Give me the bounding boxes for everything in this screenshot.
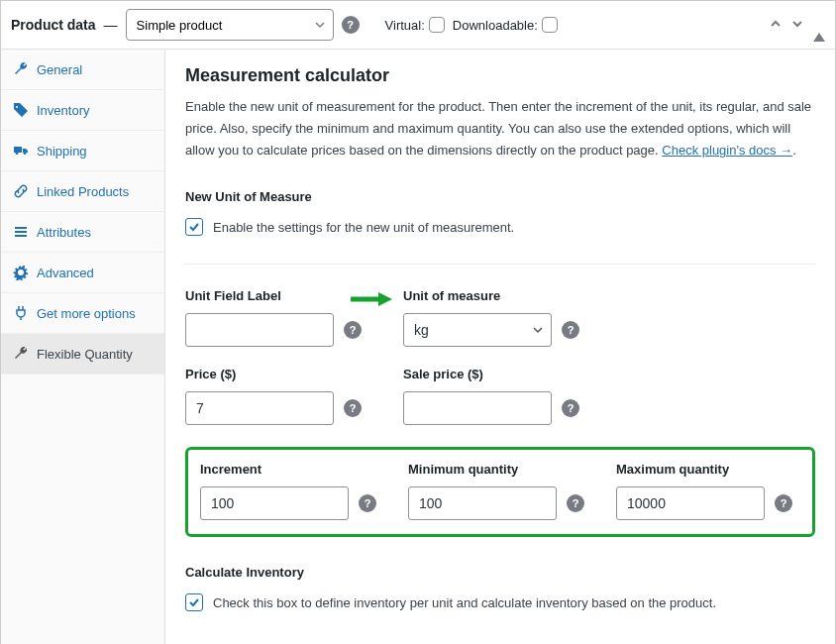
new-unit-heading: New Unit of Measure	[185, 189, 815, 204]
highlight-box: Increment ? Minimum quantity ?	[185, 447, 815, 537]
unit-of-measure-label: Unit of measure	[403, 288, 597, 303]
increment-label: Increment	[200, 462, 384, 477]
tab-inventory[interactable]: Inventory	[1, 90, 164, 131]
tab-get-more[interactable]: Get more options	[1, 293, 164, 334]
link-icon	[13, 183, 29, 199]
help-icon[interactable]: ?	[342, 16, 360, 34]
enable-unit-checkbox[interactable]	[185, 218, 203, 236]
price-label: Price ($)	[185, 367, 379, 381]
max-qty-input[interactable]	[616, 486, 765, 520]
divider	[185, 264, 815, 265]
product-type-select[interactable]: Simple product	[126, 9, 334, 41]
help-icon[interactable]: ?	[359, 494, 376, 512]
wrench-icon	[13, 346, 29, 362]
arrow-annotation-icon	[349, 290, 392, 308]
move-down-icon[interactable]	[791, 18, 803, 33]
increment-input[interactable]	[200, 486, 349, 520]
downloadable-checkbox-label: Downloadable:	[453, 17, 558, 33]
min-qty-input[interactable]	[408, 486, 557, 520]
tab-linked[interactable]: Linked Products	[1, 171, 164, 212]
tab-content: Measurement calculator Enable the new un…	[165, 50, 835, 644]
calc-inventory-label: Check this box to define inventory per u…	[213, 595, 716, 610]
collapse-icon[interactable]	[813, 18, 825, 33]
product-tabs: General Inventory Shipping Linked Produc…	[1, 50, 165, 644]
price-input[interactable]	[185, 391, 334, 425]
downloadable-checkbox[interactable]	[542, 17, 558, 33]
virtual-checkbox-label: Virtual:	[385, 17, 445, 33]
tab-advanced[interactable]: Advanced	[1, 253, 164, 293]
virtual-checkbox[interactable]	[429, 17, 445, 33]
panel-title: Product data	[11, 17, 96, 33]
tab-general[interactable]: General	[1, 50, 164, 90]
calc-inventory-heading: Calculate Inventory	[185, 565, 815, 580]
plug-icon	[13, 305, 29, 321]
unit-of-measure-select[interactable]: kg	[403, 313, 552, 347]
wrench-icon	[13, 61, 29, 77]
docs-link[interactable]: Check plugin's docs →	[662, 143, 792, 158]
calc-inventory-checkbox[interactable]	[185, 593, 203, 611]
tab-flexible-quantity[interactable]: Flexible Quantity	[1, 334, 164, 375]
tab-attributes[interactable]: Attributes	[1, 212, 164, 253]
section-title: Measurement calculator	[185, 65, 815, 86]
help-icon[interactable]: ?	[344, 399, 362, 417]
gear-icon	[13, 265, 29, 280]
min-qty-label: Minimum quantity	[408, 462, 592, 477]
max-qty-label: Maximum quantity	[616, 462, 800, 477]
tab-shipping[interactable]: Shipping	[1, 131, 164, 171]
move-up-icon[interactable]	[770, 18, 782, 33]
panel-dash: —	[104, 17, 118, 33]
sale-price-label: Sale price ($)	[403, 367, 597, 381]
panel-header: Product data — Simple product ? Virtual:…	[1, 1, 835, 50]
help-icon[interactable]: ?	[562, 399, 579, 417]
unit-field-label-input[interactable]	[185, 313, 334, 347]
enable-unit-label: Enable the settings for the new unit of …	[213, 220, 514, 235]
truck-icon	[13, 143, 29, 159]
section-description: Enable the new unit of measurement for t…	[185, 96, 815, 161]
help-icon[interactable]: ?	[775, 494, 792, 512]
tag-icon	[13, 102, 29, 118]
list-icon	[13, 224, 29, 240]
sale-price-input[interactable]	[403, 391, 552, 425]
help-icon[interactable]: ?	[567, 494, 584, 512]
help-icon[interactable]: ?	[344, 321, 362, 339]
help-icon[interactable]: ?	[562, 321, 579, 339]
